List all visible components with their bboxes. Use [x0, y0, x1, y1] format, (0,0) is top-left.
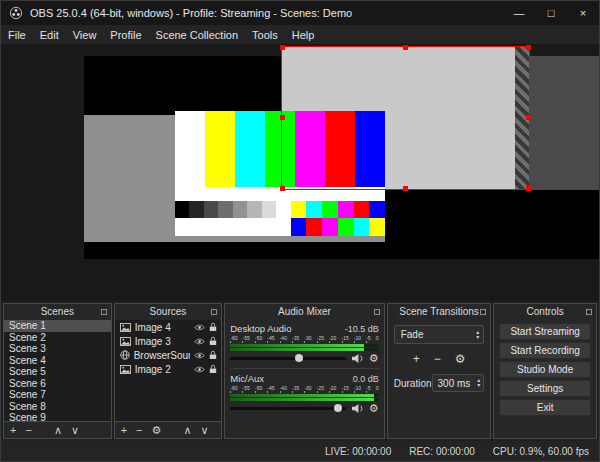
duration-spinbox[interactable]: 300 ms ▴▾	[432, 374, 485, 392]
colorbar-cell	[235, 111, 265, 187]
selection-border[interactable]	[281, 46, 530, 190]
start-recording-button[interactable]: Start Recording	[499, 342, 591, 359]
preview-area[interactable]	[1, 45, 599, 301]
colorbar-cell	[291, 218, 307, 236]
move-scene-down-icon[interactable]: ∨	[71, 424, 79, 437]
source-properties-gear-icon[interactable]: ⚙	[152, 424, 162, 437]
scenes-dock: Scenes Scene 1 Scene 2 Scene 3 Scene 4 S…	[3, 303, 112, 439]
scenes-dock-title: Scenes	[41, 306, 74, 317]
scene-item[interactable]: Scene 7	[4, 389, 111, 401]
menu-help[interactable]: Help	[285, 25, 322, 45]
meter-ticks	[230, 391, 378, 393]
selection-handle-bottom-left[interactable]	[280, 186, 285, 191]
volume-slider-knob[interactable]	[334, 404, 342, 412]
maximize-button[interactable]: □	[535, 1, 567, 25]
scene-item[interactable]: Scene 5	[4, 366, 111, 378]
source-row[interactable]: Image 4	[115, 320, 222, 334]
transition-properties-gear-icon[interactable]: ⚙	[455, 352, 466, 366]
colorbar-cell	[291, 201, 307, 218]
duration-value: 300 ms	[438, 378, 471, 389]
scene-item[interactable]: Scene 9	[4, 412, 111, 421]
visibility-eye-icon[interactable]	[194, 324, 205, 331]
studio-mode-button[interactable]: Studio Mode	[499, 361, 591, 378]
scene-item[interactable]: Scene 4	[4, 355, 111, 367]
remove-transition-icon[interactable]: −	[434, 352, 441, 366]
move-source-down-icon[interactable]: ∨	[200, 424, 208, 437]
dock-area: Scenes Scene 1 Scene 2 Scene 3 Scene 4 S…	[1, 301, 599, 441]
dock-float-icon[interactable]	[374, 309, 380, 315]
move-scene-up-icon[interactable]: ∧	[54, 424, 62, 437]
colorbar-cell	[218, 201, 232, 218]
transition-select[interactable]: Fade ▴▾	[394, 325, 485, 344]
menu-file[interactable]: File	[1, 25, 33, 45]
transition-selected-value: Fade	[401, 329, 424, 340]
volume-slider[interactable]	[230, 407, 346, 410]
visibility-eye-icon[interactable]	[194, 352, 205, 359]
move-source-up-icon[interactable]: ∧	[183, 424, 191, 437]
source-label: Image 3	[135, 336, 191, 347]
selection-handle-bottom-right[interactable]	[526, 186, 531, 191]
channel-settings-gear-icon[interactable]: ⚙	[369, 403, 379, 414]
lock-icon[interactable]	[209, 336, 217, 346]
source-row[interactable]: Image 2	[115, 362, 222, 376]
volume-slider[interactable]	[230, 357, 346, 360]
selection-handle-top-middle[interactable]	[403, 45, 408, 50]
volume-meter	[230, 398, 378, 401]
scene-item[interactable]: Scene 8	[4, 401, 111, 413]
dock-float-icon[interactable]	[480, 309, 486, 315]
menu-view[interactable]: View	[66, 25, 104, 45]
colorbar-cell	[322, 218, 338, 236]
lock-icon[interactable]	[209, 364, 217, 374]
menu-scene-collection[interactable]: Scene Collection	[149, 25, 246, 45]
start-streaming-button[interactable]: Start Streaming	[499, 323, 591, 340]
speaker-icon[interactable]	[351, 353, 364, 364]
colorbar-cell	[338, 201, 354, 218]
menu-profile[interactable]: Profile	[103, 25, 148, 45]
menu-edit[interactable]: Edit	[33, 25, 66, 45]
audio-mixer-dock: Audio Mixer Desktop Audio -10.5 dB -60-5…	[224, 303, 384, 439]
channel-separator	[230, 368, 378, 369]
colorbar-cell	[306, 218, 322, 236]
scene-item[interactable]: Scene 3	[4, 343, 111, 355]
channel-settings-gear-icon[interactable]: ⚙	[369, 353, 379, 364]
scene-item[interactable]: Scene 2	[4, 332, 111, 344]
visibility-eye-icon[interactable]	[194, 366, 205, 373]
speaker-icon[interactable]	[351, 403, 364, 414]
scene-item[interactable]: Scene 6	[4, 378, 111, 390]
lock-icon[interactable]	[209, 322, 217, 332]
remove-source-icon[interactable]: −	[136, 424, 142, 436]
colorbars-color-steps2	[291, 218, 386, 236]
selection-handle-middle-right[interactable]	[526, 115, 531, 120]
selection-handle-top-left[interactable]	[280, 45, 285, 50]
menu-tools[interactable]: Tools	[245, 25, 285, 45]
obs-logo-icon	[9, 6, 23, 20]
dock-float-icon[interactable]	[101, 309, 107, 315]
spin-arrows-icon[interactable]: ▴▾	[477, 378, 483, 388]
colorbar-cell	[322, 201, 338, 218]
colorbar-cell	[204, 201, 218, 218]
selection-handle-middle-left[interactable]	[280, 115, 285, 120]
dock-float-icon[interactable]	[211, 309, 217, 315]
add-transition-icon[interactable]: +	[413, 352, 420, 366]
lock-icon[interactable]	[209, 350, 217, 360]
selection-handle-bottom-middle[interactable]	[403, 186, 408, 191]
remove-scene-icon[interactable]: −	[25, 424, 31, 436]
source-label: Image 4	[135, 322, 191, 333]
add-scene-icon[interactable]: +	[10, 424, 16, 436]
source-row[interactable]: Image 3	[115, 334, 222, 348]
add-source-icon[interactable]: +	[121, 424, 127, 436]
settings-button[interactable]: Settings	[499, 380, 591, 397]
source-dark-gray-rect[interactable]	[530, 56, 599, 190]
colorbar-cell	[338, 218, 354, 236]
source-row[interactable]: BrowserSource	[115, 348, 222, 362]
close-button[interactable]: ×	[567, 1, 599, 25]
dock-float-icon[interactable]	[586, 309, 592, 315]
selection-handle-top-right[interactable]	[526, 45, 531, 50]
volume-slider-knob[interactable]	[295, 354, 303, 362]
channel-name: Mic/Aux	[230, 373, 264, 385]
sources-list: Image 4 Image 3 BrowserSource	[115, 320, 222, 421]
exit-button[interactable]: Exit	[499, 399, 591, 416]
scene-item[interactable]: Scene 1	[4, 320, 111, 332]
minimize-button[interactable]: —	[503, 1, 535, 25]
visibility-eye-icon[interactable]	[194, 338, 205, 345]
